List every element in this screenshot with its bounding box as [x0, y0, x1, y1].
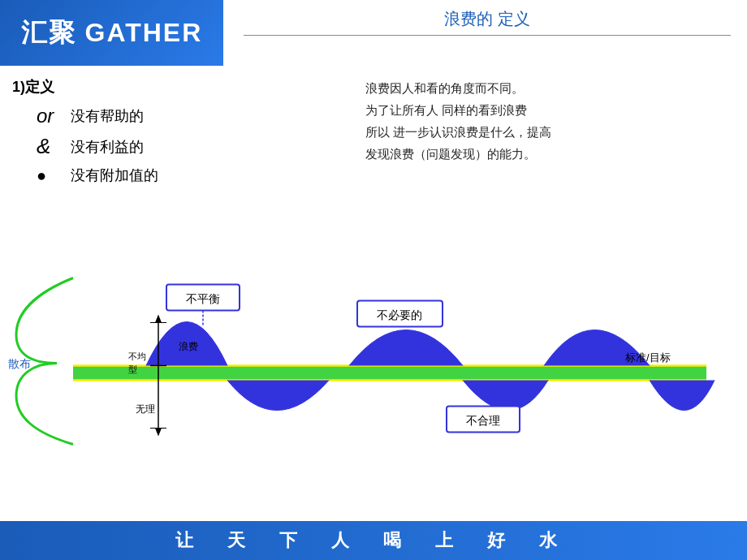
right-line-3: 所以 进一步认识浪费是什么，提高 — [365, 121, 739, 143]
title-divider — [244, 35, 731, 36]
svg-text:无理: 无理 — [136, 403, 155, 415]
right-line-1: 浪费因人和看的角度而不同。 — [365, 77, 739, 99]
def-icon-1: or — [37, 105, 61, 127]
def-text-3: 没有附加值的 — [71, 166, 158, 185]
svg-marker-5 — [155, 429, 162, 437]
wave-svg: 不平衡 不必要的 不合理 浪费 不均 型 无理 散布 标准/目标 — [8, 207, 739, 519]
footer-bar: 让 天 下 人 喝 上 好 水 — [0, 521, 747, 560]
title-area: 浪费的 定义 — [244, 8, 731, 36]
content-area: 1)定义 or 没有帮助的 & 没有利益的 ● 没有附加值的 浪费因人和看的角度… — [8, 69, 739, 519]
svg-text:浪费: 浪费 — [179, 341, 198, 352]
svg-text:不必要的: 不必要的 — [377, 308, 422, 321]
svg-text:标准/目标: 标准/目标 — [624, 351, 671, 364]
right-text-block: 浪费因人和看的角度而不同。 为了让所有人 同样的看到浪费 所以 进一步认识浪费是… — [365, 77, 739, 165]
svg-rect-0 — [73, 366, 706, 381]
slide-title: 浪费的 定义 — [244, 8, 731, 30]
diagram-area: 不平衡 不必要的 不合理 浪费 不均 型 无理 散布 标准/目标 — [8, 207, 739, 519]
definition-label: 1)定义 — [12, 77, 361, 97]
svg-marker-4 — [155, 315, 162, 323]
footer-text: 让 天 下 人 喝 上 好 水 — [175, 528, 572, 553]
svg-text:不均: 不均 — [128, 351, 146, 361]
def-item-1: or 没有帮助的 — [37, 105, 361, 127]
def-icon-3: ● — [37, 166, 61, 185]
def-item-2: & 没有利益的 — [37, 134, 361, 159]
def-icon-2: & — [37, 134, 61, 159]
logo-bar: 汇聚 GATHER — [0, 0, 223, 66]
right-line-2: 为了让所有人 同样的看到浪费 — [365, 99, 739, 121]
right-line-4: 发现浪费（问题发现）的能力。 — [365, 143, 739, 165]
definition-section: 1)定义 or 没有帮助的 & 没有利益的 ● 没有附加值的 — [12, 77, 361, 192]
svg-text:散布: 散布 — [8, 357, 31, 370]
svg-text:不平衡: 不平衡 — [186, 292, 220, 305]
svg-text:型: 型 — [128, 364, 137, 374]
def-item-3: ● 没有附加值的 — [37, 166, 361, 185]
svg-text:不合理: 不合理 — [466, 414, 500, 427]
def-text-1: 没有帮助的 — [71, 106, 144, 126]
logo-text: 汇聚 GATHER — [21, 15, 203, 51]
def-text-2: 没有利益的 — [71, 137, 144, 157]
